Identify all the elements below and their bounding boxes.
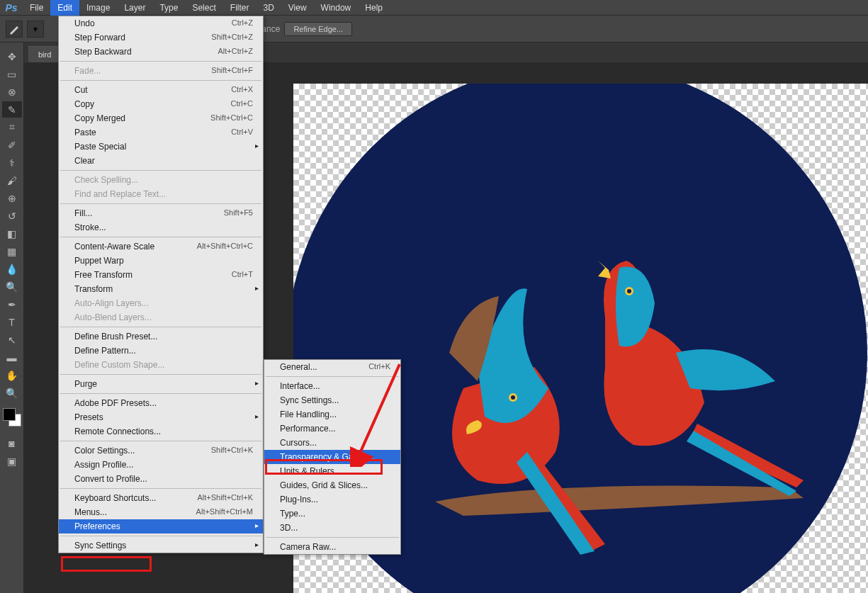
menu-item-label: Stroke... [74,222,106,232]
screen-mode-icon[interactable]: ▣ [2,453,22,469]
menu-view[interactable]: View [281,0,314,16]
edit-menu-item-step-forward[interactable]: Step ForwardShift+Ctrl+Z [59,30,263,45]
photoshop-logo: Ps [0,0,23,16]
preferences-item-guides-grid-slices[interactable]: Guides, Grid & Slices... [264,478,400,492]
document-tab[interactable]: bird [28,46,61,62]
menu-item-shortcut: Shift+Ctrl+F [211,66,253,76]
menu-item-label: Convert to Profile... [74,474,147,484]
edit-menu-item-copy-merged[interactable]: Copy MergedShift+Ctrl+C [59,111,263,125]
preferences-item-units-rulers[interactable]: Units & Rulers... [264,464,400,478]
preferences-item-interface[interactable]: Interface... [264,379,400,393]
foreground-color-swatch[interactable] [3,408,16,421]
menu-item-label: Adobe PDF Presets... [74,398,157,408]
edit-menu-item-define-brush-preset[interactable]: Define Brush Preset... [59,329,263,344]
edit-menu-item-puppet-warp[interactable]: Puppet Warp [59,254,263,268]
type-tool-icon[interactable]: T [2,314,22,330]
refine-edge-button[interactable]: Refine Edge... [284,22,352,36]
preferences-item-cursors[interactable]: Cursors... [264,436,400,450]
edit-menu-item-stroke[interactable]: Stroke... [59,220,263,235]
edit-menu-dropdown: UndoCtrl+ZStep ForwardShift+Ctrl+ZStep B… [58,16,264,553]
edit-menu-item-sync-settings[interactable]: Sync Settings [59,538,263,553]
edit-menu-item-menus[interactable]: Menus...Alt+Shift+Ctrl+M [59,505,263,519]
menu-3d[interactable]: 3D [256,0,281,16]
edit-menu-separator [60,80,261,81]
edit-menu-item-transform[interactable]: Transform [59,282,263,296]
menu-item-label: Puppet Warp [74,256,124,266]
healing-tool-icon[interactable]: ⚕ [2,154,22,171]
hand-tool-icon[interactable]: ✋ [2,367,22,383]
edit-menu-item-copy[interactable]: CopyCtrl+C [59,97,263,111]
edit-menu-item-assign-profile[interactable]: Assign Profile... [59,458,263,472]
stamp-tool-icon[interactable]: ⊕ [2,190,22,206]
menu-file[interactable]: File [23,0,50,16]
menu-item-label: File Handling... [280,410,337,419]
menu-image[interactable]: Image [79,0,117,16]
marquee-tool-icon[interactable]: ▭ [2,66,22,82]
menu-filter[interactable]: Filter [223,0,257,16]
menu-item-label: Auto-Blend Layers... [74,312,152,322]
move-tool-icon[interactable]: ✥ [2,48,22,64]
edit-menu-item-auto-blend-layers: Auto-Blend Layers... [59,310,263,324]
quick-selection-tool-icon[interactable]: ✎ [2,101,22,118]
selection-options-icon[interactable]: ▾ [27,21,44,38]
preferences-item-3d[interactable]: 3D... [264,521,400,535]
path-selection-tool-icon[interactable]: ↖ [2,332,22,348]
edit-menu-separator [60,170,261,171]
crop-tool-icon[interactable]: ⌗ [2,119,22,135]
edit-menu-item-convert-to-profile[interactable]: Convert to Profile... [59,472,263,486]
preferences-item-plug-ins[interactable]: Plug-Ins... [264,492,400,507]
menu-type[interactable]: Type [152,0,185,16]
menu-item-label: Purge [74,379,97,389]
preferences-item-transparency-gamut[interactable]: Transparency & Gamut... [264,450,400,464]
history-brush-tool-icon[interactable]: ↺ [2,208,22,224]
rectangle-tool-icon[interactable]: ▬ [2,349,22,366]
menu-item-label: Check Spelling... [74,175,138,185]
edit-menu-item-adobe-pdf-presets[interactable]: Adobe PDF Presets... [59,396,263,410]
zoom-tool-icon[interactable]: 🔍 [2,385,22,401]
gradient-tool-icon[interactable]: ▦ [2,243,22,259]
menu-item-label: Color Settings... [74,446,135,456]
menu-help[interactable]: Help [358,0,390,16]
edit-menu-item-undo[interactable]: UndoCtrl+Z [59,16,263,30]
color-swatches[interactable] [3,408,21,427]
quick-mask-icon[interactable]: ◙ [2,435,22,451]
edit-menu-item-color-settings[interactable]: Color Settings...Shift+Ctrl+K [59,444,263,458]
tool-preset-icon[interactable] [6,21,23,38]
blur-tool-icon[interactable]: 💧 [2,261,22,277]
edit-menu-item-define-pattern[interactable]: Define Pattern... [59,344,263,358]
preferences-item-file-handling[interactable]: File Handling... [264,407,400,422]
edit-menu-item-cut[interactable]: CutCtrl+X [59,83,263,97]
menu-item-label: Clear [74,156,95,166]
preferences-item-performance[interactable]: Performance... [264,422,400,436]
edit-menu-item-clear[interactable]: Clear [59,154,263,168]
pen-tool-icon[interactable]: ✒ [2,296,22,312]
edit-menu-item-fill[interactable]: Fill...Shift+F5 [59,206,263,220]
dodge-tool-icon[interactable]: 🔍 [2,278,22,295]
menu-item-shortcut: Ctrl+X [231,85,253,95]
menu-item-label: Content-Aware Scale [74,242,154,252]
edit-menu-item-paste[interactable]: PasteCtrl+V [59,125,263,140]
edit-menu-item-free-transform[interactable]: Free TransformCtrl+T [59,268,263,282]
edit-menu-item-step-backward[interactable]: Step BackwardAlt+Ctrl+Z [59,45,263,59]
menu-window[interactable]: Window [314,0,359,16]
edit-menu-item-preferences[interactable]: Preferences [59,519,263,533]
preferences-item-general[interactable]: General...Ctrl+K [264,360,400,374]
preferences-item-sync-settings[interactable]: Sync Settings... [264,393,400,407]
menu-select[interactable]: Select [185,0,222,16]
edit-menu-item-keyboard-shortcuts[interactable]: Keyboard Shortcuts...Alt+Shift+Ctrl+K [59,491,263,505]
edit-menu-item-remote-connections[interactable]: Remote Connections... [59,424,263,439]
edit-menu-item-paste-special[interactable]: Paste Special [59,140,263,154]
menu-edit[interactable]: Edit [50,0,79,16]
preferences-item-type[interactable]: Type... [264,507,400,521]
menu-item-label: Copy [74,99,94,109]
edit-menu-item-content-aware-scale[interactable]: Content-Aware ScaleAlt+Shift+Ctrl+C [59,239,263,254]
menu-layer[interactable]: Layer [117,0,152,16]
preferences-item-camera-raw[interactable]: Camera Raw... [264,540,400,554]
brush-tool-icon[interactable]: 🖌 [2,172,22,188]
edit-menu-item-purge[interactable]: Purge [59,377,263,391]
menu-item-label: Define Pattern... [74,346,136,356]
eyedropper-tool-icon[interactable]: ✐ [2,137,22,153]
eraser-tool-icon[interactable]: ◧ [2,225,22,242]
lasso-tool-icon[interactable]: ⊗ [2,84,22,100]
edit-menu-item-presets[interactable]: Presets [59,410,263,424]
